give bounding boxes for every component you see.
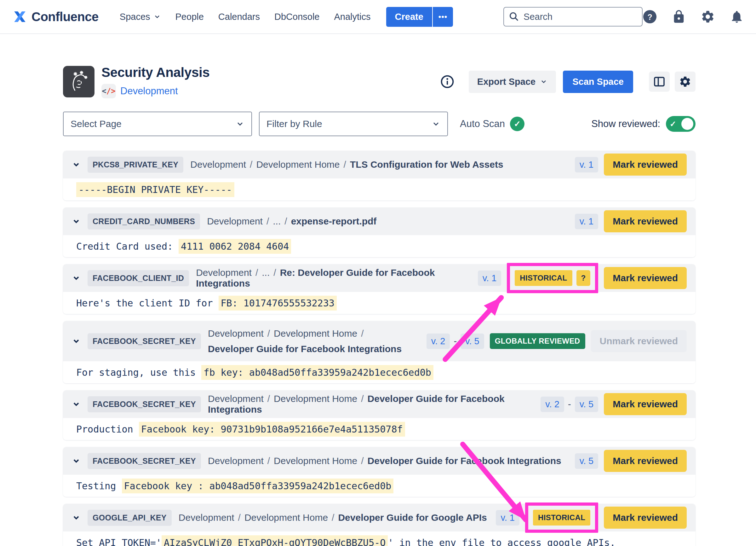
version-badge[interactable]: v. 5 [575, 397, 599, 412]
secret-highlight: Facebook key: 90731b9b108a952166e7e4a511… [139, 422, 405, 437]
version-badge[interactable]: v. 1 [478, 270, 501, 286]
breadcrumb-page-link[interactable]: TLS Configuration for Web Assets [350, 159, 503, 169]
breadcrumb-link[interactable]: Development [190, 159, 246, 169]
nav-item-people[interactable]: People [168, 12, 211, 22]
breadcrumb-line: Development/Development Home/Developer G… [208, 394, 505, 415]
finding-card: GOOGLE_API_KEY Development/Development H… [63, 504, 696, 546]
breadcrumb-link[interactable]: ... [262, 267, 270, 278]
gear-icon[interactable] [701, 9, 715, 24]
breadcrumb-link[interactable]: Development Home [274, 328, 357, 339]
finding-content: Set API_TOKEN='AIzaSyCLWjZ0_ETxgPOxH-gQY… [63, 532, 696, 546]
create-split-button: Create ••• [386, 7, 453, 27]
review-action-button[interactable]: Mark reviewed [604, 210, 687, 232]
finding-actions: v. 1 Mark reviewed [575, 210, 687, 232]
select-page-dropdown[interactable]: Select Page [63, 112, 252, 136]
version-badge[interactable]: v. 5 [575, 453, 599, 469]
review-action-button[interactable]: Mark reviewed [604, 393, 687, 415]
collapse-chevron-icon[interactable] [72, 274, 81, 283]
breadcrumb-link[interactable]: Development Home [256, 159, 340, 169]
breadcrumb-separator: / [246, 159, 256, 169]
breadcrumb-page-link[interactable]: Developer Guide for Facebook Integration… [208, 344, 402, 354]
create-more-button[interactable]: ••• [432, 7, 453, 27]
info-icon[interactable] [440, 75, 454, 89]
version-badge[interactable]: v. 2 [427, 334, 450, 349]
breadcrumb-link[interactable]: Development Home [274, 394, 357, 404]
breadcrumb: Development/Development Home/Developer G… [208, 456, 561, 466]
breadcrumb: Development/Development Home/Developer G… [208, 326, 402, 357]
breadcrumb-link[interactable]: Development [179, 512, 234, 523]
content-text: Testing [76, 480, 122, 491]
breadcrumb-page-link[interactable]: Developer Guide for Facebook Integration… [368, 456, 561, 466]
rule-chip: FACEBOOK_CLIENT_ID [88, 270, 189, 286]
breadcrumb-link[interactable]: Development [208, 456, 264, 466]
review-action-button[interactable]: Mark reviewed [604, 450, 687, 472]
collapse-chevron-icon[interactable] [72, 513, 81, 522]
breadcrumb-link[interactable]: ... [273, 216, 281, 226]
version-badges: v. 2-v. 5 [427, 334, 484, 349]
side-panel-button[interactable] [649, 72, 670, 92]
review-action-button[interactable]: Mark reviewed [604, 153, 687, 175]
breadcrumb-separator: / [264, 456, 274, 466]
breadcrumb: Development/Development Home/TLS Configu… [190, 159, 503, 170]
search-input[interactable] [503, 7, 643, 26]
show-reviewed-toggle[interactable]: ✓ [666, 116, 696, 132]
nav-item-analytics[interactable]: Analytics [327, 12, 378, 22]
breadcrumb-link[interactable]: Development Home [244, 512, 328, 523]
chevron-down-icon [153, 13, 161, 20]
confluence-brand[interactable]: Confluence [13, 10, 99, 24]
lock-icon[interactable] [672, 9, 686, 24]
space-logo [63, 66, 95, 97]
chevron-down-icon [236, 119, 244, 128]
breadcrumb-page-link[interactable]: Developer Guide for Google APIs [338, 512, 487, 523]
breadcrumb-line: Development/.../expense-report.pdf [207, 216, 376, 226]
space-link[interactable]: Development [120, 85, 178, 97]
version-badge[interactable]: v. 1 [575, 214, 599, 229]
top-nav: Confluence Spaces People Calendars DbCon… [0, 0, 756, 34]
breadcrumb-link[interactable]: Development Home [274, 456, 357, 466]
scan-space-button[interactable]: Scan Space [563, 71, 633, 93]
collapse-chevron-icon[interactable] [72, 217, 81, 226]
breadcrumb-link[interactable]: Development [208, 328, 264, 339]
breadcrumb-separator: / [252, 267, 262, 278]
space-breadcrumb: </> Development [101, 84, 210, 98]
rule-chip: PKCS8_PRIVATE_KEY [88, 157, 183, 173]
version-badge[interactable]: v. 2 [541, 397, 564, 412]
breadcrumb: Development/.../expense-report.pdf [207, 216, 376, 227]
version-badge[interactable]: v. 1 [496, 510, 519, 526]
bell-icon[interactable] [730, 9, 744, 24]
breadcrumb-link[interactable]: Development [208, 394, 264, 404]
secret-highlight: fb key: ab048ad50ffa33959a242b1ecec6ed0b [201, 365, 433, 380]
settings-button[interactable] [675, 72, 696, 92]
version-badge[interactable]: v. 1 [575, 157, 599, 172]
export-space-button[interactable]: Export Space [469, 71, 556, 93]
version-badge[interactable]: v. 5 [461, 334, 484, 349]
content-text: Set API_TOKEN=' [76, 537, 162, 546]
review-action-button[interactable]: Unmark reviewed [591, 330, 687, 352]
rule-chip: GOOGLE_API_KEY [88, 510, 172, 526]
nav-item-calendars[interactable]: Calendars [211, 12, 267, 22]
historical-help-button[interactable]: ? [576, 270, 591, 286]
collapse-chevron-icon[interactable] [72, 337, 81, 346]
review-action-button[interactable]: Mark reviewed [604, 507, 687, 529]
nav-item-dbconsole[interactable]: DbConsole [267, 12, 327, 22]
create-button[interactable]: Create [386, 7, 432, 27]
version-badges: v. 1 [575, 214, 599, 229]
collapse-chevron-icon[interactable] [72, 457, 81, 465]
finding-content: Testing Facebook key : ab048ad50ffa33959… [63, 475, 696, 497]
version-badges: v. 2-v. 5 [541, 397, 598, 412]
finding-actions: v. 1 HISTORICAL Mark reviewed [496, 503, 687, 533]
search-icon [508, 11, 519, 22]
collapse-chevron-icon[interactable] [72, 400, 81, 409]
breadcrumb-link[interactable]: Development [196, 267, 252, 278]
nav-icon-cluster: ? [643, 8, 756, 26]
filter-by-rule-dropdown[interactable]: Filter by Rule [259, 112, 448, 136]
help-icon[interactable]: ? [643, 9, 657, 24]
breadcrumb-page-link[interactable]: expense-report.pdf [291, 216, 377, 226]
page-header: Security Analysis </> Development Export… [63, 65, 696, 98]
nav-item-spaces[interactable]: Spaces [112, 12, 168, 22]
review-action-button[interactable]: Mark reviewed [604, 267, 687, 289]
version-range-dash: - [454, 336, 457, 347]
breadcrumb-link[interactable]: Development [207, 216, 263, 226]
toggle-knob [681, 118, 693, 130]
collapse-chevron-icon[interactable] [72, 160, 81, 169]
